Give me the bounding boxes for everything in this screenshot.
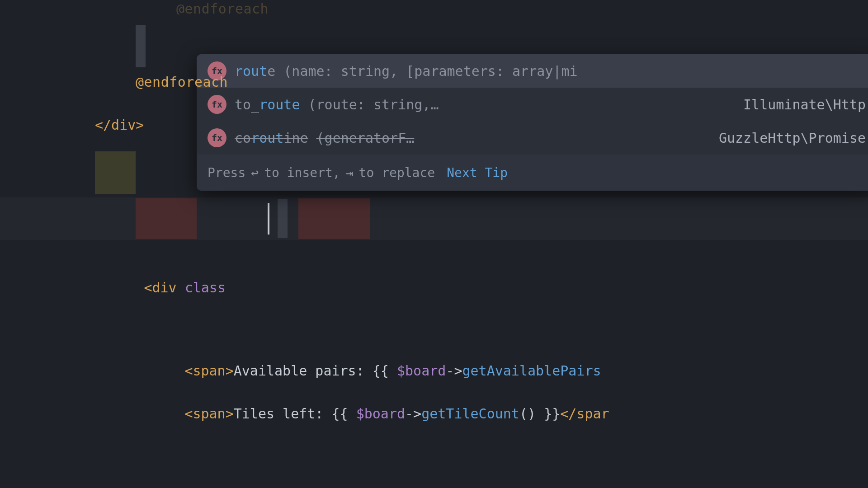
autocomplete-item[interactable]: fx coroutine (generatorF… GuzzleHttp\Pro…: [197, 121, 868, 155]
autocomplete-item[interactable]: fx route (name: string, [parameters: arr…: [197, 54, 868, 88]
autocomplete-popup: fx route (name: string, [parameters: arr…: [197, 54, 868, 191]
enter-key-icon: ↩: [251, 165, 259, 180]
match-text: route: [259, 97, 300, 113]
signature: (name: string, [parameters: array|mi: [283, 63, 577, 79]
suffix-text: ine: [283, 130, 308, 146]
php-variable: $board: [356, 406, 405, 422]
text-cursor: [268, 203, 269, 235]
suffix-text: e: [267, 63, 275, 79]
diff-highlight: [298, 198, 370, 239]
namespace: Illuminate\Http: [743, 97, 868, 113]
selection: [278, 199, 288, 238]
blade-directive: @endforeach: [136, 69, 228, 96]
prefix-text: co: [235, 130, 251, 146]
diff-highlight: [95, 151, 136, 194]
html-tag-open: <span>: [184, 406, 233, 422]
parens: (): [519, 406, 544, 422]
namespace: GuzzleHttp\Promise: [719, 130, 868, 146]
autocomplete-item[interactable]: fx to_route (route: string,… Illuminate\…: [197, 88, 868, 121]
next-tip-link[interactable]: Next Tip: [447, 165, 508, 180]
blade-directive: @endforeach: [176, 2, 269, 14]
html-tag-open: <div: [144, 280, 176, 296]
arrow-op: ->: [405, 406, 421, 422]
html-attr: class: [177, 280, 226, 296]
method-call: getTileCount: [421, 406, 519, 422]
autocomplete-footer: Press ↩ to insert, ⇥ to replace Next Tip: [197, 155, 868, 191]
footer-text: Press: [208, 165, 245, 180]
text-content: Tiles left:: [234, 406, 332, 422]
match-text: rout: [251, 130, 283, 146]
tab-key-icon: ⇥: [346, 165, 354, 180]
blade-brace: }}: [544, 406, 560, 422]
signature: (route: string,…: [308, 97, 439, 113]
footer-text: to replace: [359, 165, 435, 180]
footer-text: to insert,: [264, 165, 340, 180]
html-tag-close: </spar: [560, 406, 609, 422]
diff-highlight: [136, 198, 197, 239]
function-icon: fx: [208, 128, 226, 147]
function-icon: fx: [208, 95, 226, 114]
signature: (generatorF…: [316, 130, 415, 146]
prefix-text: to_: [235, 97, 259, 113]
code-editor[interactable]: @endforeach @endforeach </div> <div clas…: [0, 0, 868, 488]
html-tag-close: </div>: [95, 112, 144, 139]
blade-brace: {{: [332, 406, 356, 422]
match-text: rout: [235, 63, 267, 79]
